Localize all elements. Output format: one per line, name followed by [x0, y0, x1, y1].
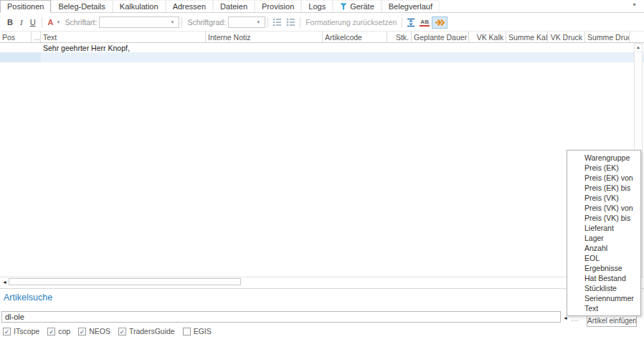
horizontal-scrollbar[interactable]: ◄ [2, 278, 241, 285]
spellcheck-label: AB [420, 19, 430, 27]
column-header-stub [630, 32, 644, 42]
column-header-dots[interactable]: ... [32, 32, 41, 42]
font-color-button[interactable]: A [44, 17, 55, 27]
column-header-summe-kalk[interactable]: Summe Kalk [506, 32, 548, 42]
scroll-up-button[interactable]: ▲ [635, 44, 642, 52]
menu-item-preis-vk-von[interactable]: Preis (VK) von [567, 203, 640, 213]
tab-positionen[interactable]: Positionen [0, 0, 51, 13]
menu-item-preis-ek-von[interactable]: Preis (EK) von [567, 173, 640, 183]
menu-item-preis-vk-bis[interactable]: Preis (VK) bis [567, 213, 640, 223]
column-header-pos[interactable]: Pos [0, 32, 32, 42]
tab-kalkulation[interactable]: Kalkulation [113, 0, 166, 12]
selected-row-indicator [0, 52, 41, 62]
forward-arrow-toggle[interactable] [432, 16, 448, 29]
toolbar-separator [181, 17, 182, 28]
column-header-geplante-dauer[interactable]: Geplante Dauer [412, 32, 469, 42]
tab-adressen[interactable]: Adressen [166, 0, 213, 12]
double-arrow-right-icon [435, 19, 445, 27]
input-scroll-left-icon[interactable]: ◄ [563, 315, 568, 321]
horizontal-scrollbar-thumb[interactable] [9, 278, 241, 285]
column-header-interne-notiz[interactable]: Interne Notiz [206, 32, 323, 42]
font-family-select[interactable]: ▼ [99, 16, 179, 28]
menu-item-text[interactable]: Text [567, 303, 640, 313]
column-header-artikelcode[interactable]: Artikelcode [323, 32, 387, 42]
menu-item-preis-ek[interactable]: Preis (EK) [567, 163, 640, 173]
menu-item-anzahl[interactable]: Anzahl [567, 243, 640, 253]
scroll-left-button[interactable]: ◄ [2, 279, 7, 285]
italic-button[interactable]: I [16, 16, 27, 28]
tab-beleg-details[interactable]: Beleg-Details [51, 0, 112, 12]
bullet-list-icon[interactable] [284, 17, 298, 27]
clear-formatting-button[interactable]: Formatierung zurücksetzen [303, 18, 399, 27]
source-itscope[interactable]: ✓ ITscope [3, 327, 39, 335]
chevron-down-icon[interactable]: ▼ [57, 20, 61, 24]
checkbox-checked-icon[interactable]: ✓ [118, 328, 126, 335]
column-header-vk-kalk[interactable]: VK Kalk [469, 32, 506, 42]
arrow-up-icon: ▲ [636, 45, 640, 49]
article-search-input[interactable] [1, 311, 561, 323]
tab-overflow-button[interactable]: ▼ [632, 0, 644, 12]
spellcheck-icon[interactable]: AB [417, 17, 432, 28]
source-egis[interactable]: EGIS [183, 327, 212, 335]
column-header-vk-druck[interactable]: VK Druck [548, 32, 585, 42]
menu-item-eol[interactable]: EOL [567, 253, 640, 263]
menu-item-hat-bestand[interactable]: Hat Bestand [567, 273, 640, 283]
table-row[interactable]: Sehr geehrter Herr Knopf, [0, 43, 644, 52]
tab-dateien[interactable]: Dateien [213, 0, 255, 12]
article-search-title: Artikelsuche [4, 292, 52, 303]
underline-button[interactable]: U [27, 16, 39, 28]
distribute-spacing-icon[interactable] [404, 16, 417, 29]
menu-item-seriennummer[interactable]: Seriennummer [567, 293, 640, 303]
source-cop[interactable]: ✓ cop [47, 327, 70, 335]
toolbar-separator [300, 17, 300, 28]
menu-item-warengruppe[interactable]: Warengruppe [567, 153, 640, 163]
tab-belegverlauf[interactable]: Belegverlauf [382, 0, 440, 12]
chevron-down-icon: ▼ [170, 20, 174, 24]
tab-provision[interactable]: Provision [255, 0, 301, 12]
toolbar-separator [402, 17, 402, 28]
checkbox-checked-icon[interactable]: ✓ [78, 328, 86, 335]
checkbox-label: ITscope [14, 327, 39, 335]
checkbox-unchecked-icon[interactable] [183, 328, 191, 335]
column-header-summe-druck[interactable]: Summe Druck [585, 32, 630, 42]
search-source-checkboxes: ✓ ITscope ✓ cop ✓ NEOS ✓ TradersGuide EG… [3, 327, 212, 335]
font-family-label: Schriftart: [65, 18, 97, 27]
column-header-text[interactable]: Text [41, 32, 206, 42]
tab-label: Geräte [350, 2, 374, 11]
checkbox-label: TradersGuide [129, 327, 175, 335]
insert-article-button[interactable]: Artikel einfügen [587, 315, 637, 327]
selected-row[interactable] [0, 52, 644, 62]
tab-label: Beleg-Details [58, 2, 105, 11]
tab-label: Dateien [220, 2, 247, 11]
menu-item-preis-ek-bis[interactable]: Preis (EK) bis [567, 183, 640, 193]
positions-grid: Pos ... Text Interne Notiz Artikelcode S… [0, 31, 644, 277]
tab-label: Logs [308, 2, 326, 11]
menu-item-ergebnisse[interactable]: Ergebnisse [567, 263, 640, 273]
tab-label: Adressen [173, 2, 206, 11]
toolbar-separator [42, 17, 42, 28]
menu-item-lieferant[interactable]: Lieferant [567, 223, 640, 233]
tab-geraete[interactable]: Geräte [333, 0, 382, 12]
funnel-icon [340, 3, 347, 10]
menu-item-preis-vk[interactable]: Preis (VK) [567, 193, 640, 203]
tab-label: Provision [262, 2, 294, 11]
bold-button[interactable]: B [4, 16, 16, 28]
source-neos[interactable]: ✓ NEOS [78, 327, 110, 335]
menu-item-lager[interactable]: Lager [567, 233, 640, 243]
checkbox-checked-icon[interactable]: ✓ [47, 328, 55, 335]
checkbox-checked-icon[interactable]: ✓ [3, 328, 11, 335]
tab-label: Kalkulation [120, 2, 158, 11]
font-size-label: Schriftgrad: [187, 18, 226, 27]
column-header-stk[interactable]: Stk. [387, 32, 412, 42]
section-divider [0, 288, 644, 289]
tab-logs[interactable]: Logs [301, 0, 333, 12]
menu-item-stueckliste[interactable]: Stückliste [567, 283, 640, 293]
font-size-select[interactable]: ▼ [228, 16, 265, 28]
checkbox-label: cop [58, 327, 70, 335]
numbered-list-icon[interactable] [270, 17, 284, 27]
checkbox-label: EGIS [194, 327, 212, 335]
tab-label: Positionen [7, 2, 44, 11]
tab-label: Belegverlauf [389, 2, 432, 11]
checkbox-label: NEOS [89, 327, 110, 335]
source-tradersguide[interactable]: ✓ TradersGuide [118, 327, 175, 335]
